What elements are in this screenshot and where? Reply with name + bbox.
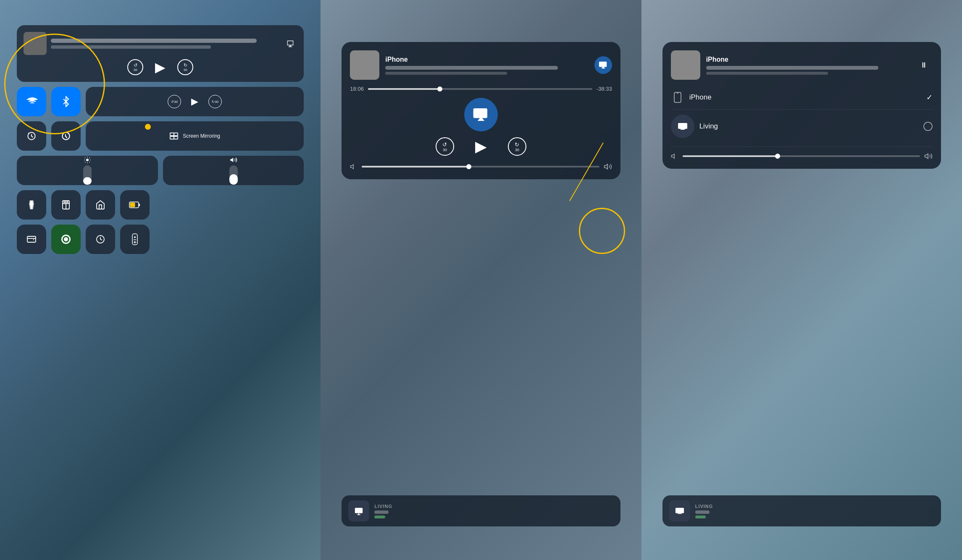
control-center: ↺ 30 ▶ ↻ 30 [17, 25, 304, 535]
appletv-label: Living [699, 122, 923, 131]
mini-skip-fwd[interactable]: ↻30 [208, 95, 222, 108]
play-button[interactable]: ▶ [155, 59, 166, 75]
svg-marker-6 [230, 158, 233, 162]
screen-record-btn[interactable] [51, 225, 81, 254]
svg-point-5 [86, 159, 89, 161]
media-subtitle-bar [51, 45, 211, 49]
device-vol-high [924, 152, 933, 160]
volume-track [229, 165, 238, 185]
svg-rect-32 [678, 123, 687, 129]
do-not-disturb-btn[interactable] [51, 121, 81, 151]
battery-btn[interactable] [120, 190, 150, 220]
svg-point-21 [134, 236, 136, 238]
play-pause-btn[interactable]: ▶ [475, 138, 487, 155]
volume-track[interactable] [362, 166, 599, 167]
mini-skip-back[interactable]: ↺30 [168, 95, 181, 108]
media-card-info: iPhone [385, 56, 588, 75]
volume-slider[interactable] [163, 156, 304, 185]
skip-back-button[interactable]: ↺ 30 [127, 59, 143, 75]
living-bar-2 [374, 516, 385, 518]
mini-play[interactable]: ▶ [191, 96, 198, 107]
living-bar-1 [374, 510, 389, 514]
slider-row [17, 156, 304, 185]
media-card-header: iPhone [350, 50, 612, 80]
clock-btn[interactable] [86, 225, 115, 254]
svg-point-13 [66, 202, 66, 203]
svg-marker-34 [925, 154, 928, 159]
iphone-checkmark: ✓ [926, 93, 933, 102]
media-thumbnail [24, 32, 47, 55]
living-label: LIVING [374, 504, 392, 509]
device-card-thumb [671, 50, 700, 80]
device-vol-track[interactable] [683, 155, 920, 157]
home-btn[interactable] [86, 190, 115, 220]
torch-btn[interactable] [17, 190, 46, 220]
appletv-radio[interactable] [923, 122, 933, 131]
skip-fwd-30[interactable]: ↻ 30 [508, 137, 526, 156]
device-vol-thumb [775, 154, 780, 159]
living-card-info: LIVING [695, 504, 713, 518]
living-info: LIVING [374, 504, 392, 518]
calculator-btn[interactable] [51, 190, 81, 220]
device-volume-row [671, 152, 933, 160]
living-card-3[interactable]: LIVING [662, 495, 941, 526]
wifi-toggle[interactable] [17, 87, 46, 116]
device-vol-fill [683, 155, 778, 157]
progress-row: 18:06 -38:33 [350, 86, 612, 92]
living-3-bar-1 [695, 510, 710, 514]
media-widget[interactable]: ↺ 30 ▶ ↻ 30 [17, 25, 304, 82]
screen-mirror-btn[interactable]: Screen Mirroring [86, 121, 304, 151]
device-divider [671, 147, 933, 147]
bluetooth-toggle[interactable] [51, 87, 81, 116]
last-grid-row [17, 225, 304, 254]
brightness-slider[interactable] [17, 156, 158, 185]
panel-1: ↺ 30 ▶ ↻ 30 [0, 0, 321, 560]
volume-row [350, 162, 612, 171]
volume-high-icon [604, 162, 612, 171]
toggles-row: ↺30 ▶ ↻30 [17, 87, 304, 116]
media-card-expanded: iPhone 18:06 -38:33 [342, 42, 620, 179]
skip-back-30[interactable]: ↺ 30 [436, 137, 454, 156]
volume-low-icon [350, 163, 357, 170]
remote-btn[interactable] [120, 225, 150, 254]
skip-forward-button[interactable]: ↻ 30 [177, 59, 193, 75]
svg-rect-2 [174, 133, 178, 136]
airplay-center-btn[interactable] [464, 98, 498, 131]
device-card-header: iPhone ⏸ [671, 50, 933, 80]
panel-2: iPhone 18:06 -38:33 [321, 0, 641, 560]
wallet-btn[interactable] [17, 225, 46, 254]
living-3-bar-2 [695, 516, 706, 518]
media-content [24, 32, 297, 55]
play-pause-header-btn[interactable]: ⏸ [915, 56, 933, 74]
current-time: 18:06 [350, 86, 364, 92]
svg-point-12 [64, 202, 65, 203]
screen-mirror-label: Screen Mirroring [183, 133, 220, 139]
rotation-lock-btn[interactable] [17, 121, 46, 151]
svg-rect-1 [170, 133, 174, 136]
airplay-button-small[interactable] [284, 37, 297, 50]
track-title-bar [385, 66, 558, 70]
device-selection-card: iPhone ⏸ iPhone ✓ [662, 42, 941, 169]
mini-media-controls: ↺30 ▶ ↻30 [86, 87, 304, 116]
svg-rect-29 [355, 508, 363, 513]
track-subtitle-bar [385, 72, 507, 75]
iphone-device-item[interactable]: iPhone ✓ [671, 86, 933, 110]
living-card-2[interactable]: LIVING [342, 495, 620, 526]
svg-marker-28 [604, 164, 607, 169]
volume-thumb [466, 164, 471, 169]
panel-3: iPhone ⏸ iPhone ✓ [641, 0, 962, 560]
media-card-thumbnail [350, 50, 379, 80]
airplay-active-btn[interactable] [594, 56, 612, 74]
appletv-icon [348, 500, 369, 521]
svg-rect-18 [27, 236, 36, 242]
svg-rect-16 [130, 203, 135, 207]
device-sub-bar [706, 72, 828, 75]
volume-fill [362, 166, 468, 167]
device-list: iPhone ✓ Living [671, 86, 933, 143]
device-vol-low [671, 152, 678, 160]
svg-rect-35 [676, 508, 684, 513]
device-name-label: iPhone [385, 56, 588, 63]
progress-track[interactable] [368, 88, 592, 90]
device-card-info: iPhone [706, 56, 909, 75]
appletv-device-item[interactable]: Living [671, 110, 933, 143]
